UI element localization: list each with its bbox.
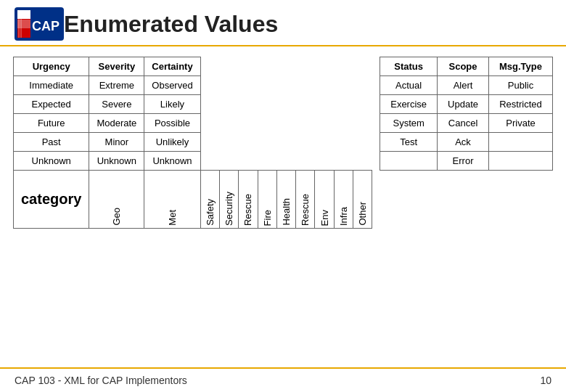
svg-rect-1 — [17, 10, 30, 19]
page-number: 10 — [540, 375, 551, 386]
table-row: Exercise Update Restricted — [380, 95, 553, 114]
category-label: category — [14, 171, 89, 229]
category-other: Other — [353, 171, 372, 229]
col-header-severity: Severity — [89, 57, 144, 76]
svg-text:CAP: CAP — [32, 19, 60, 33]
category-fire: Fire — [258, 171, 276, 229]
right-col-scope: Scope — [438, 57, 489, 76]
col-header-certainty: Certainty — [144, 57, 200, 76]
category-met: Met — [144, 171, 200, 229]
table-row: Future Moderate Possible — [14, 114, 372, 133]
category-env: Env — [315, 171, 334, 229]
main-content: Urgency Severity Certainty Immediate Ext… — [0, 46, 566, 236]
table-row: Unknown Unknown Unknown — [14, 152, 372, 171]
category-geo: Geo — [89, 171, 144, 229]
header: CAP Enumerated Values — [0, 0, 566, 46]
right-col-status: Status — [380, 57, 438, 76]
col-header-urgency: Urgency — [14, 57, 89, 76]
table-row: Past Minor Unlikely — [14, 133, 372, 152]
right-col-msgtype: Msg.Type — [489, 57, 553, 76]
table-row: Immediate Extreme Observed — [14, 76, 372, 95]
category-infra: Infra — [334, 171, 353, 229]
table-row: System Cancel Private — [380, 114, 553, 133]
category-row: category Geo Met Safety Security Rescue … — [14, 171, 372, 229]
category-security: Security — [219, 171, 238, 229]
left-table: Urgency Severity Certainty Immediate Ext… — [13, 57, 372, 229]
table-row: Actual Alert Public — [380, 76, 553, 95]
category-rescue2: Rescue — [296, 171, 315, 229]
category-health: Health — [276, 171, 295, 229]
table-row: Expected Severe Likely — [14, 95, 372, 114]
svg-rect-2 — [17, 20, 30, 28]
category-safety: Safety — [200, 171, 219, 229]
table-row: Error — [380, 152, 553, 171]
page-title: Enumerated Values — [64, 11, 278, 38]
right-table: Status Scope Msg.Type Actual Alert Publi… — [380, 57, 553, 171]
footer-text: CAP 103 - XML for CAP Implementors — [15, 375, 187, 386]
category-rescue1: Rescue — [239, 171, 258, 229]
logo: CAP — [15, 7, 64, 41]
table-row: Test Ack — [380, 133, 553, 152]
footer: CAP 103 - XML for CAP Implementors 10 — [0, 367, 566, 392]
